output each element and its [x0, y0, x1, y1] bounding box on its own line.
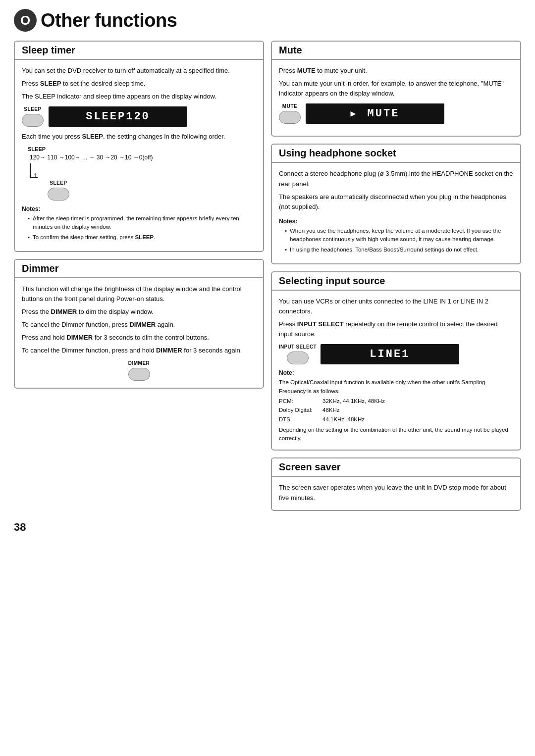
- dimmer-section: Dimmer This function will change the bri…: [14, 259, 264, 389]
- screen-saver-text: The screen saver operates when you leave…: [279, 483, 513, 503]
- dimmer-body: This function will change the brightness…: [15, 278, 263, 388]
- selecting-input-note: Note: The Optical/Coaxial input function…: [279, 369, 513, 443]
- page-title-wrap: O Other functions: [14, 9, 521, 32]
- note-end: Depending on the setting or the combinat…: [279, 426, 513, 443]
- mute-header: Mute: [272, 42, 520, 60]
- headphone-note-1: When you use the headphones, keep the vo…: [285, 227, 513, 244]
- headphone-body1: Connect a stereo headphone plug (ø 3.5mm…: [279, 169, 513, 189]
- note-body: The Optical/Coaxial input function is av…: [279, 378, 513, 396]
- dimmer-btn-indicator: DIMMER: [128, 360, 150, 381]
- cycle-arrow-diagram: ↑: [28, 163, 256, 178]
- pcm-row: PCM: 32KHz, 44.1KHz, 48KHz: [279, 397, 513, 405]
- sleep-timer-body: You can set the DVD receiver to turn off…: [15, 60, 263, 251]
- mute-section: Mute Press MUTE to mute your unit. You c…: [271, 41, 521, 137]
- sleep-lcd: SLEEP120: [49, 106, 187, 127]
- mute-body: Press MUTE to mute your unit. You can mu…: [272, 60, 520, 136]
- sleep-cycle-diagram: SLEEP 120→ 110 →100→ ... → 30 →20 →10 →0…: [28, 146, 256, 201]
- dimmer-cancel1: To cancel the Dimmer function, press DIM…: [22, 320, 256, 330]
- headphone-notes-list: When you use the headphones, keep the vo…: [279, 227, 513, 254]
- dimmer-btn-row: DIMMER: [22, 360, 256, 381]
- screen-saver-section: Screen saver The screen saver operates w…: [271, 457, 521, 510]
- sleep-timer-indicator: The SLEEP indicator and sleep time appea…: [22, 92, 256, 101]
- sleep-cycle-oval: [48, 188, 69, 201]
- input-select-btn-oval: [287, 352, 309, 364]
- page-title: Other functions: [41, 10, 177, 31]
- mute-btn-oval: [279, 111, 301, 124]
- two-col-layout: Sleep timer You can set the DVD receiver…: [14, 41, 521, 511]
- selecting-input-body1: You can use VCRs or other units connecte…: [279, 297, 513, 316]
- sleep-timer-section: Sleep timer You can set the DVD receiver…: [14, 41, 264, 252]
- headphone-note-2: In using the headphones, Tone/Bass Boost…: [285, 246, 513, 254]
- dimmer-hold: Press and hold DIMMER for 3 seconds to d…: [22, 333, 256, 343]
- selecting-input-section: Selecting input source You can use VCRs …: [271, 271, 521, 451]
- left-column: Sleep timer You can set the DVD receiver…: [14, 41, 264, 389]
- sleep-timer-notes-list: After the sleep timer is programmed, the…: [22, 214, 256, 242]
- dimmer-btn-oval: [128, 368, 150, 381]
- dts-row: DTS: 44.1KHz, 48KHz: [279, 415, 513, 424]
- right-column: Mute Press MUTE to mute your unit. You c…: [271, 41, 521, 511]
- headphone-notes: Notes: When you use the headphones, keep…: [279, 218, 513, 254]
- sleep-btn-indicator: SLEEP: [22, 106, 44, 127]
- page-number: 38: [14, 521, 521, 534]
- sleep-cycle-btn: SLEEP: [48, 180, 69, 201]
- selecting-input-body: You can use VCRs or other units connecte…: [272, 291, 520, 450]
- sleep-note-1: After the sleep timer is programmed, the…: [28, 214, 256, 232]
- input-select-btn-indicator: INPUT SELECT: [279, 344, 317, 364]
- selecting-input-header: Selecting input source: [272, 272, 520, 291]
- input-select-row: INPUT SELECT LINE1: [279, 344, 513, 364]
- screen-saver-header: Screen saver: [272, 458, 520, 477]
- sleep-display-row: SLEEP SLEEP120: [22, 106, 256, 127]
- mute-lcd: ▶ MUTE: [306, 103, 444, 124]
- sleep-timer-press: Press SLEEP to set the desired sleep tim…: [22, 79, 256, 89]
- sleep-timer-intro: You can set the DVD receiver to turn off…: [22, 66, 256, 76]
- dolby-row: Dolby Digital: 48KHz: [279, 405, 513, 414]
- mute-btn-indicator: MUTE: [279, 103, 301, 124]
- screen-saver-body: The screen saver operates when you leave…: [272, 477, 520, 509]
- mute-lcd-arrow: ▶: [351, 109, 358, 119]
- sleep-note-2: To confirm the sleep timer setting, pres…: [28, 233, 256, 242]
- dimmer-header: Dimmer: [15, 260, 263, 278]
- sleep-timer-header: Sleep timer: [15, 42, 263, 60]
- dimmer-cancel2: To cancel the Dimmer function, press and…: [22, 346, 256, 355]
- mute-display-row: MUTE ▶ MUTE: [279, 103, 513, 124]
- mute-body2: You can mute your unit in order, for exa…: [279, 79, 513, 99]
- sleep-each-time: Each time you press SLEEP, the setting c…: [22, 132, 256, 142]
- selecting-input-press: Press INPUT SELECT repeatedly on the rem…: [279, 319, 513, 339]
- headphone-body2: The speakers are automatically disconnec…: [279, 192, 513, 212]
- headphone-header: Using headphone socket: [272, 145, 520, 163]
- headphone-section: Using headphone socket Connect a stereo …: [271, 144, 521, 264]
- dimmer-press: Press the DIMMER to dim the display wind…: [22, 307, 256, 317]
- headphone-body: Connect a stereo headphone plug (ø 3.5mm…: [272, 163, 520, 263]
- sleep-btn-oval: [22, 114, 44, 127]
- sleep-timer-notes: Notes: After the sleep timer is programm…: [22, 205, 256, 242]
- title-icon: O: [14, 9, 37, 32]
- dimmer-intro: This function will change the brightness…: [22, 284, 256, 304]
- mute-press: Press MUTE to mute your unit.: [279, 66, 513, 76]
- note-table: The Optical/Coaxial input function is av…: [279, 378, 513, 443]
- cycle-up-arrow: ↑: [33, 171, 37, 179]
- input-select-lcd: LINE1: [321, 344, 459, 364]
